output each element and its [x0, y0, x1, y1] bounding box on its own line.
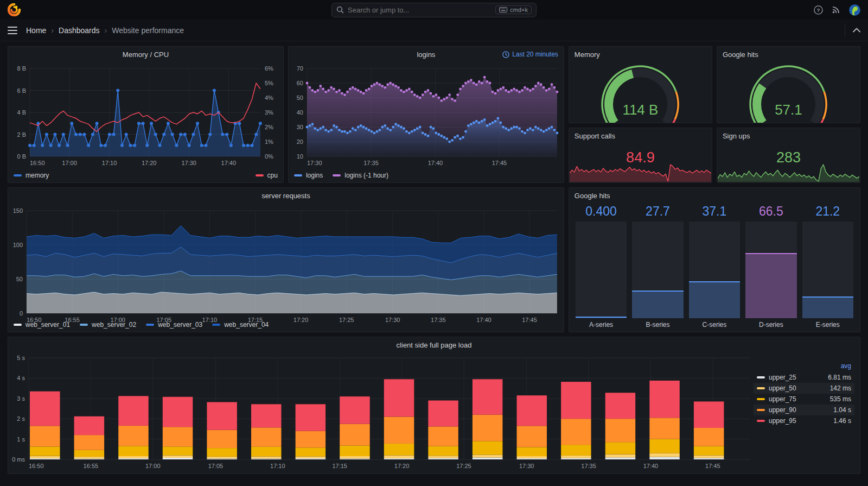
- bar-gauge-B-series[interactable]: 27.7B-series: [632, 204, 683, 330]
- panel-title-server-requests[interactable]: server requests: [8, 188, 564, 203]
- client-load-chart[interactable]: 0 ms1 s2 s3 s4 s5 s16:5016:5517:0017:051…: [8, 352, 754, 474]
- axis-tick: 1 s: [17, 436, 25, 443]
- help-button[interactable]: ?: [814, 5, 823, 15]
- legend-swatch: [757, 387, 765, 389]
- dashboard-grid: Memory / CPU 0 B2 B4 B6 B8 B16:5017:0017…: [0, 41, 868, 482]
- time-range-label: Last 20 minutes: [512, 51, 558, 58]
- rss-icon: [832, 5, 840, 14]
- legend-item-logins[interactable]: logins: [294, 172, 323, 179]
- axis-tick: 17:10: [102, 160, 117, 166]
- bar-gauge-track: [745, 222, 796, 318]
- keyboard-icon: [499, 7, 507, 12]
- user-avatar[interactable]: [849, 4, 860, 16]
- bar-gauge-label: E-series: [802, 318, 853, 330]
- collapse-top-button[interactable]: [853, 28, 860, 33]
- bar-gauge-fill: [689, 281, 740, 318]
- axis-tick: 17:30: [385, 317, 400, 323]
- top-navigation-bar: cmd+k ?: [0, 0, 868, 20]
- panel-title-memory[interactable]: Memory: [569, 47, 712, 62]
- legend-item-upper-90[interactable]: upper_90 1.04 s: [754, 405, 854, 415]
- axis-tick: 17:20: [142, 160, 157, 166]
- axis-tick: 5%: [265, 80, 273, 86]
- panel-title-client-load[interactable]: client side full page load: [8, 337, 860, 352]
- search-shortcut-label: cmd+k: [510, 7, 528, 13]
- breadcrumb-home[interactable]: Home: [26, 26, 46, 35]
- axis-tick: 0 B: [17, 153, 26, 160]
- breadcrumb-separator: ›: [105, 26, 107, 35]
- support-calls-sparkline[interactable]: [570, 162, 711, 182]
- search-icon: [336, 6, 344, 14]
- legend-item-upper-95[interactable]: upper_95 1.46 s: [754, 415, 854, 426]
- legend-item-memory[interactable]: memory: [14, 172, 49, 179]
- axis-tick: 17:25: [456, 463, 471, 469]
- legend-item-cpu[interactable]: cpu: [256, 172, 278, 179]
- bar-gauge-label: A-series: [576, 318, 627, 330]
- axis-tick: 17:40: [221, 160, 237, 166]
- panel-title-google-hits[interactable]: Google hits: [717, 47, 860, 62]
- legend-swatch: [757, 409, 765, 411]
- axis-tick: 30: [297, 124, 303, 130]
- sign-ups-sparkline[interactable]: [718, 162, 859, 182]
- legend-item-upper-25[interactable]: upper_25 6.81 ms: [754, 372, 854, 383]
- panel-memory-cpu: Memory / CPU 0 B2 B4 B6 B8 B16:5017:0017…: [8, 46, 284, 183]
- legend-item-upper-50[interactable]: upper_50 142 ms: [754, 383, 854, 394]
- panel-client-load: client side full page load 0 ms1 s2 s3 s…: [8, 337, 860, 474]
- axis-tick: 17:40: [643, 463, 659, 469]
- legend-swatch: [14, 174, 22, 176]
- panel-google-hits-bars: Google hits 0.400A-series27.7B-series37.…: [569, 187, 860, 332]
- panel-title-sign-ups[interactable]: Sign ups: [717, 128, 860, 143]
- search-shortcut: cmd+k: [495, 5, 532, 14]
- bar-gauge-C-series[interactable]: 37.1C-series: [689, 204, 740, 330]
- chevron-up-icon: [853, 28, 860, 33]
- bar-gauge-A-series[interactable]: 0.400A-series: [576, 204, 627, 330]
- memory-cpu-chart[interactable]: 0 B2 B4 B6 B8 B16:5017:0017:1017:2017:30…: [8, 62, 283, 171]
- axis-tick: 10: [297, 153, 303, 160]
- axis-tick: 17:45: [522, 317, 537, 323]
- axis-tick: 60: [297, 80, 303, 86]
- bar-gauge-D-series[interactable]: 66.5D-series: [745, 204, 796, 330]
- axis-tick: 17:20: [394, 463, 410, 469]
- bar-gauge-fill: [576, 317, 627, 318]
- panel-title-google-hits-bars[interactable]: Google hits: [569, 188, 860, 203]
- panel-title-memory-cpu[interactable]: Memory / CPU: [8, 47, 283, 62]
- google-hits-bar-gauge[interactable]: 0.400A-series27.7B-series37.1C-series66.…: [569, 203, 860, 332]
- bar-gauge-value: 66.5: [745, 204, 796, 222]
- breadcrumb-dashboards[interactable]: Dashboards: [59, 26, 100, 35]
- bar-gauge-E-series[interactable]: 21.2E-series: [802, 204, 853, 330]
- logins-chart[interactable]: 1020304050607017:3017:3517:4017:45: [289, 62, 564, 171]
- legend-swatch: [757, 420, 765, 422]
- legend-item-logins-1hour[interactable]: logins (-1 hour): [333, 172, 388, 179]
- clock-icon: [502, 51, 509, 58]
- axis-tick: 5 s: [17, 355, 25, 361]
- search-box[interactable]: cmd+k: [331, 3, 537, 17]
- axis-tick: 16:50: [27, 317, 42, 323]
- server-requests-chart[interactable]: 05010015016:5016:5517:0017:0517:1017:151…: [8, 203, 564, 320]
- axis-tick: 17:00: [62, 160, 77, 166]
- panel-time-range[interactable]: Last 20 minutes: [502, 47, 558, 62]
- legend-swatch: [757, 398, 765, 400]
- legend-swatch: [294, 174, 302, 176]
- client-load-legend: avg upper_25 6.81 ms upper_50 142 ms upp…: [754, 352, 860, 474]
- menu-toggle-button[interactable]: [8, 27, 17, 34]
- panel-title-support-calls[interactable]: Support calls: [569, 128, 712, 143]
- panel-support-calls: Support calls 84.9: [569, 128, 712, 183]
- axis-tick: 0: [20, 310, 23, 317]
- axis-tick: 3 s: [17, 395, 25, 402]
- axis-tick: 17:35: [363, 160, 379, 166]
- axis-tick: 17:40: [428, 160, 443, 166]
- search-input[interactable]: [348, 6, 492, 14]
- axis-tick: 17:40: [476, 317, 492, 323]
- axis-tick: 70: [297, 65, 303, 72]
- breadcrumb: Home › Dashboards › Website performance: [26, 26, 184, 35]
- grafana-logo[interactable]: [8, 3, 21, 16]
- legend-item-upper-75[interactable]: upper_75 535 ms: [754, 394, 854, 405]
- axis-tick: 100: [13, 242, 23, 248]
- hamburger-icon: [8, 27, 17, 34]
- breadcrumb-bar: Home › Dashboards › Website performance: [0, 20, 868, 41]
- axis-tick: 17:35: [581, 463, 596, 469]
- legend-label: memory: [25, 172, 49, 179]
- news-button[interactable]: [832, 5, 840, 14]
- bar-gauge-track: [632, 222, 683, 318]
- axis-tick: 17:10: [202, 317, 218, 323]
- axis-tick: 17:15: [332, 463, 347, 469]
